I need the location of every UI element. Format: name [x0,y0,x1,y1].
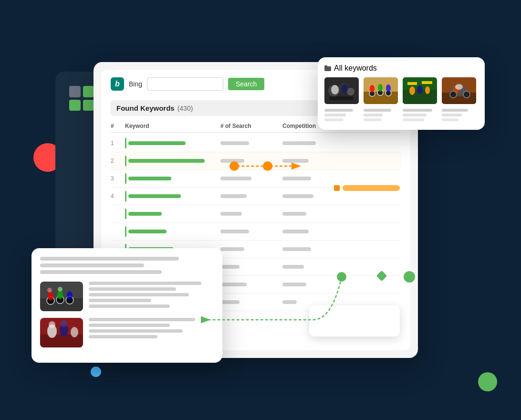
decorative-circle-green [478,372,497,391]
content-img-cycling [40,282,83,311]
orange-small-indicator [334,185,340,191]
found-keywords-count: (430) [177,105,193,112]
image-results-panel: All keywords [318,57,485,130]
content-text-block [40,257,214,274]
svg-point-44 [49,321,55,328]
svg-point-21 [425,86,430,94]
bing-brand-name: Bing [129,80,142,88]
svg-point-37 [47,288,52,293]
content-item-cycling[interactable] [40,282,214,311]
keyword-bar-cell [125,138,220,148]
image-results-title: All keywords [334,64,377,73]
svg-point-5 [331,85,339,94]
keyword-bar-cell [125,156,220,166]
col-keyword: Keyword [125,123,220,129]
image-thumb-cycling[interactable] [364,77,398,104]
table-row[interactable]: 2 [111,152,401,170]
svg-point-35 [57,291,63,299]
image-meta-row-2 [324,118,478,121]
svg-point-26 [450,91,457,98]
svg-point-12 [370,85,375,93]
image-thumb-sports3[interactable] [403,77,437,104]
bing-search-input[interactable] [147,77,223,91]
table-row[interactable]: 1 [111,135,401,152]
text-line [40,257,179,261]
svg-point-3 [347,88,354,95]
logo-sq-2 [83,86,94,97]
svg-point-14 [386,84,391,92]
logo-sq-1 [69,86,81,97]
svg-point-34 [48,292,53,300]
logo-sq-3 [69,100,81,111]
content-item-football[interactable] [40,318,214,347]
text-line [40,270,162,274]
found-keywords-title: Found Keywords [116,104,175,112]
svg-point-27 [463,91,470,98]
bing-logo-icon: b [111,77,124,91]
content-panel [31,248,222,363]
image-thumb-football[interactable] [324,77,359,104]
folder-icon [324,65,331,71]
svg-rect-4 [329,96,353,100]
keyword-bar-cell [125,191,220,201]
image-grid [324,77,478,104]
table-row[interactable] [111,223,401,241]
bottom-empty-card [309,305,400,336]
svg-rect-18 [422,81,432,84]
content-text-lines [89,318,214,341]
image-thumb-moto[interactable] [442,77,476,104]
content-text-lines [89,282,214,311]
keyword-bar-cell [125,173,220,184]
svg-point-6 [341,84,348,93]
bing-search-button[interactable]: Search [228,78,264,90]
image-results-header: All keywords [324,64,478,73]
main-wrapper: b Bing Search Found Keywords (430) # Key… [46,43,475,377]
svg-point-13 [378,84,383,92]
col-num: # [111,123,125,129]
image-meta-row-1 [324,109,478,116]
svg-point-38 [58,287,63,292]
content-img-football [40,318,83,347]
text-line [40,263,144,267]
svg-point-28 [455,84,463,90]
svg-point-45 [61,320,67,327]
logo-sq-4 [83,100,94,111]
svg-point-36 [67,291,73,300]
svg-point-43 [71,327,78,337]
sidebar-logo [69,86,94,111]
svg-rect-17 [407,82,417,85]
orange-accent-section [334,185,400,191]
svg-point-20 [417,85,423,94]
orange-progress-bar [343,185,400,191]
table-row[interactable] [111,205,401,223]
svg-point-19 [409,86,415,95]
col-search: # of Search [220,123,282,129]
